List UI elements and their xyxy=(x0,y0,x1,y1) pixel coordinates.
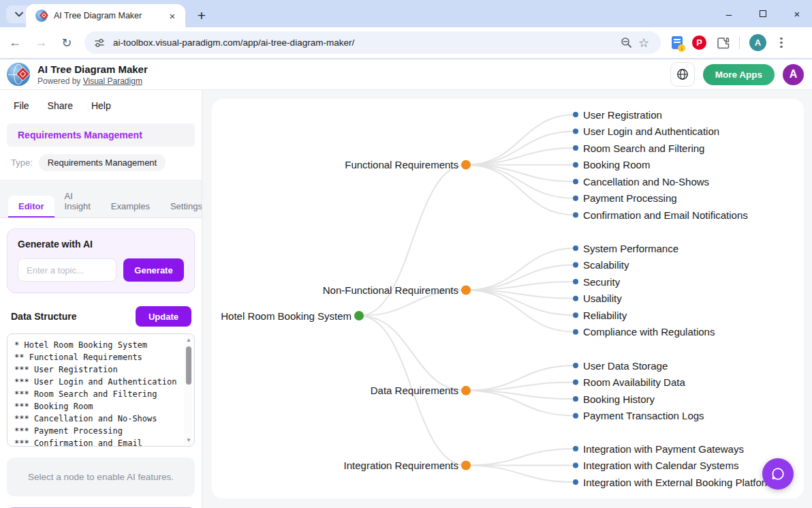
tree-node-dot[interactable] xyxy=(573,396,578,402)
tree-leaf-label[interactable]: Room Availability Data xyxy=(583,376,685,388)
tree-leaf-label[interactable]: User Registration xyxy=(583,109,662,121)
tree-leaf-label[interactable]: Security xyxy=(583,276,621,288)
browser-menu-icon[interactable] xyxy=(776,33,787,53)
tab-ai-insight[interactable]: AI Insight xyxy=(54,185,101,218)
browser-window: AI Tree Diagram Maker × + – × ← → ↻ ai-t… xyxy=(0,0,812,508)
tree-node-dot[interactable] xyxy=(573,463,578,468)
tree-leaf-label[interactable]: Reliability xyxy=(583,310,627,321)
data-structure-header: Data Structure Update xyxy=(11,306,191,327)
tree-node-dot[interactable] xyxy=(573,129,578,134)
tab-close-icon[interactable]: × xyxy=(166,10,178,22)
extensions-puzzle-icon[interactable] xyxy=(716,36,730,50)
tree-node-dot[interactable] xyxy=(573,112,578,117)
download-extension-icon[interactable]: ↓ xyxy=(672,36,683,49)
tree-node-dot[interactable] xyxy=(354,311,364,320)
tree-node-dot[interactable] xyxy=(573,179,578,184)
tree-branch-label[interactable]: Non-Functional Requirements xyxy=(323,284,458,296)
tree-node-dot[interactable] xyxy=(461,285,471,295)
tree-leaf-label[interactable]: Cancellation and No-Shows xyxy=(583,176,709,188)
sidebar: File Share Help Requirements Management … xyxy=(0,90,202,508)
tree-leaf-label[interactable]: Scalability xyxy=(583,259,629,271)
tree-leaf-label[interactable]: Confirmation and Email Notifications xyxy=(583,209,748,221)
generate-button[interactable]: Generate xyxy=(123,258,184,282)
tree-node-dot[interactable] xyxy=(573,479,578,485)
pinterest-extension-icon[interactable]: P xyxy=(692,35,706,50)
visual-paradigm-link[interactable]: Visual Paradigm xyxy=(83,76,142,86)
address-bar[interactable]: ai-toolbox.visual-paradigm.com/app/ai-tr… xyxy=(84,31,661,54)
tree-leaf-label[interactable]: Integration with External Booking Platfo… xyxy=(583,477,779,488)
tree-leaf-label[interactable]: System Performance xyxy=(583,243,678,254)
tree-leaf-label[interactable]: User Login and Authentication xyxy=(583,125,719,137)
tree-leaf-label[interactable]: Compliance with Regulations xyxy=(583,326,715,338)
menu-file[interactable]: File xyxy=(14,100,29,111)
scroll-up-icon[interactable]: ▲ xyxy=(186,335,191,345)
tree-node-dot[interactable] xyxy=(573,162,578,168)
tree-edge xyxy=(466,449,576,466)
language-globe-button[interactable] xyxy=(670,62,695,87)
tree-branch-label[interactable]: Data Requirements xyxy=(371,385,458,396)
tree-node-dot[interactable] xyxy=(573,145,578,151)
url-text[interactable]: ai-toolbox.visual-paradigm.com/app/ai-tr… xyxy=(113,38,617,48)
minimize-button[interactable]: – xyxy=(721,5,737,22)
data-structure-text[interactable]: * Hotel Room Booking System ** Functiona… xyxy=(7,334,194,447)
tree-node-dot[interactable] xyxy=(573,446,578,451)
zoom-out-icon[interactable] xyxy=(617,34,635,52)
tree-node-dot[interactable] xyxy=(461,160,471,170)
tab-examples[interactable]: Examples xyxy=(101,196,160,218)
tree-leaf-label[interactable]: Integration with Payment Gateways xyxy=(583,443,744,455)
type-value: Requirements Management xyxy=(39,154,166,171)
tree-node-dot[interactable] xyxy=(573,380,578,385)
scroll-down-icon[interactable]: ▼ xyxy=(186,435,191,445)
tree-node-dot[interactable] xyxy=(573,312,578,318)
browser-tab[interactable]: AI Tree Diagram Maker × xyxy=(26,4,185,27)
tree-branch-label[interactable]: Integration Requirements xyxy=(344,460,458,471)
tree-node-dot[interactable] xyxy=(573,329,578,335)
tree-leaf-label[interactable]: Booking History xyxy=(583,393,655,405)
more-apps-button[interactable]: More Apps xyxy=(703,64,775,85)
close-button[interactable]: × xyxy=(789,5,805,22)
tree-node-dot[interactable] xyxy=(461,386,471,395)
tree-leaf-label[interactable]: Room Search and Filtering xyxy=(583,143,704,154)
maximize-button[interactable] xyxy=(755,5,771,22)
tree-branch-label[interactable]: Functional Requirements xyxy=(345,159,458,170)
tree-leaf-label[interactable]: Usability xyxy=(583,293,622,304)
window-controls: – × xyxy=(721,0,805,27)
tree-leaf-label[interactable]: Booking Room xyxy=(583,159,650,170)
tree-leaf-label[interactable]: User Data Storage xyxy=(583,360,668,372)
diagram-canvas[interactable]: User RegistrationUser Login and Authenti… xyxy=(212,99,804,498)
tree-node-dot[interactable] xyxy=(461,461,471,470)
tab-editor[interactable]: Editor xyxy=(8,196,54,218)
topic-input[interactable] xyxy=(18,258,116,282)
back-button[interactable]: ← xyxy=(4,32,26,54)
tree-node-dot[interactable] xyxy=(573,245,578,251)
browser-profile-avatar[interactable]: A xyxy=(749,34,766,51)
update-button[interactable]: Update xyxy=(136,306,191,327)
tree-node-dot[interactable] xyxy=(573,196,578,201)
tree-leaf-label[interactable]: Payment Processing xyxy=(583,192,677,204)
editor-scrollbar[interactable]: ▲ ▼ xyxy=(184,335,193,445)
forward-button[interactable]: → xyxy=(30,32,52,54)
bookmark-star-icon[interactable]: ☆ xyxy=(635,34,653,52)
user-avatar[interactable]: A xyxy=(783,64,804,85)
tree-diagram[interactable]: User RegistrationUser Login and Authenti… xyxy=(212,99,804,498)
reload-button[interactable]: ↻ xyxy=(56,32,78,54)
tree-node-dot[interactable] xyxy=(573,263,578,268)
tree-node-dot[interactable] xyxy=(573,279,578,284)
tree-node-dot[interactable] xyxy=(573,363,578,368)
new-tab-button[interactable]: + xyxy=(192,6,211,25)
chat-fab-button[interactable] xyxy=(762,458,794,490)
diagram-name[interactable]: Requirements Management xyxy=(7,123,195,147)
tab-settings[interactable]: Settings xyxy=(160,196,202,218)
data-structure-editor[interactable]: * Hotel Room Booking System ** Functiona… xyxy=(7,333,195,447)
menu-share[interactable]: Share xyxy=(48,100,73,111)
menu-help[interactable]: Help xyxy=(91,100,111,111)
tree-node-dot[interactable] xyxy=(573,296,578,301)
tree-node-dot[interactable] xyxy=(573,413,578,419)
site-info-icon[interactable] xyxy=(94,38,105,48)
tree-leaf-label[interactable]: Integration with Calendar Systems xyxy=(583,460,738,471)
scrollbar-thumb[interactable] xyxy=(186,346,191,385)
tree-node-dot[interactable] xyxy=(573,212,578,218)
tree-leaf-label[interactable]: Payment Transaction Logs xyxy=(583,410,704,421)
tree-edge xyxy=(466,248,576,290)
tree-root-label[interactable]: Hotel Room Booking System xyxy=(221,310,352,322)
